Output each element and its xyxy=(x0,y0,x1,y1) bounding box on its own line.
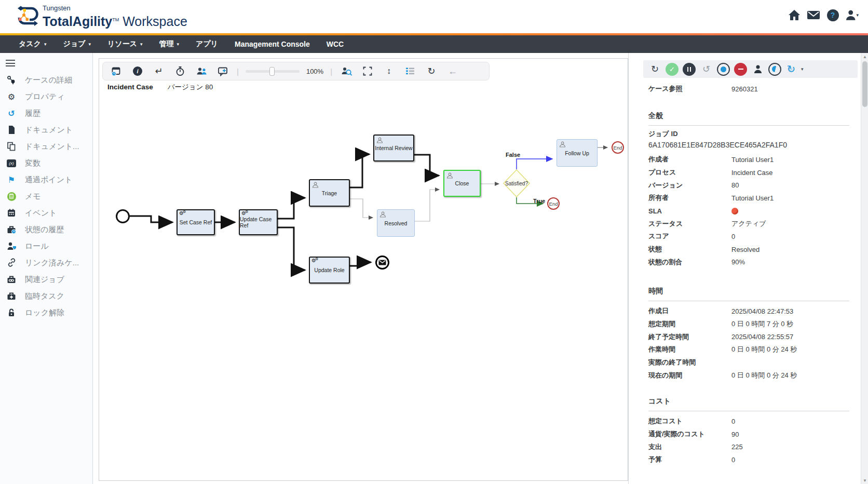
nav-management-console[interactable]: Management Console xyxy=(226,35,318,53)
detail-row: ステータスアクティブ xyxy=(648,217,849,230)
brand-company: Tungsten xyxy=(43,4,187,12)
general-section: 全般 ジョブ ID 6A170681E1E847D28B3ECE465A2FA1… xyxy=(648,111,849,268)
nav-apps[interactable]: アプリ xyxy=(187,35,226,53)
sidebar-item-variables[interactable]: (x) 変数 xyxy=(0,155,92,171)
edge-updatecaseref-to-triage xyxy=(278,198,305,219)
sla-status-dot xyxy=(731,208,738,214)
edge-satisfied-false-to-followup xyxy=(517,159,552,169)
user-icon[interactable] xyxy=(751,63,764,76)
edge-updatecaseref-to-updaterole xyxy=(278,227,305,270)
user-menu-icon[interactable]: ▾ xyxy=(845,8,859,22)
nav-tasks[interactable]: タスク▾ xyxy=(10,35,55,53)
node-close[interactable]: Close xyxy=(443,170,481,197)
edge-label-true: True xyxy=(533,198,545,204)
node-resolved[interactable]: Resolved xyxy=(377,209,415,237)
scroll-up-icon[interactable]: ▲ xyxy=(861,53,868,60)
job-id-label: ジョブ ID xyxy=(648,129,849,141)
sidebar-item-linked-cases[interactable]: リンク済みケ... xyxy=(0,254,92,271)
brand-product: TotalAgility xyxy=(43,14,112,29)
automatic-activity-icon: ⚙⚙ xyxy=(241,210,249,217)
automatic-activity-icon: ⚙⚙ xyxy=(179,210,187,217)
approve-icon[interactable]: ✓ xyxy=(666,63,679,76)
section-title: コスト xyxy=(648,397,849,407)
chevron-down-icon: ▾ xyxy=(44,42,47,47)
node-update-case-ref[interactable]: ⚙⚙ Update Case Ref xyxy=(239,209,278,235)
node-end-event-bottom[interactable]: End xyxy=(547,197,560,210)
contrast-icon[interactable] xyxy=(768,63,781,76)
envelope-icon xyxy=(378,260,386,265)
case-ref-label: ケース参照 xyxy=(648,84,731,93)
edge-updaterole-to-messageend xyxy=(350,262,371,266)
nav-jobs[interactable]: ジョブ▾ xyxy=(55,35,100,53)
manual-activity-icon xyxy=(379,211,386,219)
variables-icon: (x) xyxy=(6,158,17,168)
brand-trademark: TM xyxy=(112,17,119,22)
sidebar-item-documents[interactable]: ドキュメント xyxy=(0,122,92,138)
restart-icon[interactable]: ↻◇ xyxy=(785,63,797,75)
brand: Tungsten TotalAgilityTM Workspace xyxy=(15,4,187,30)
manual-activity-icon xyxy=(376,137,383,144)
process-diagram: ⚙⚙ Set Case Ref ⚙⚙ Update Case Ref Triag… xyxy=(99,59,629,481)
node-end-event-top[interactable]: End xyxy=(612,141,624,154)
sidebar-item-roles[interactable]: ロール xyxy=(0,238,92,254)
section-divider xyxy=(648,301,849,301)
automatic-activity-icon: ⚙⚙ xyxy=(311,258,319,264)
manual-activity-icon xyxy=(559,141,566,149)
sidebar-item-associated-jobs[interactable]: 関連ジョブ xyxy=(0,271,92,288)
case-ref-section: ケース参照 9260321 xyxy=(648,83,849,96)
node-set-case-ref[interactable]: ⚙⚙ Set Case Ref xyxy=(177,209,215,235)
scroll-down-icon[interactable]: ▼ xyxy=(861,477,868,484)
node-message-end-event[interactable] xyxy=(375,256,389,270)
sidebar-item-case-details[interactable]: ケースの詳細 xyxy=(0,72,92,88)
document-icon xyxy=(6,125,17,135)
tungsten-logo-icon xyxy=(15,4,38,30)
node-satisfied-gateway[interactable]: Satisfied? xyxy=(503,169,530,197)
undo-icon[interactable]: ↺ xyxy=(700,63,713,75)
edge-start-to-setcaseref xyxy=(130,216,172,222)
section-title: 全般 xyxy=(648,111,849,122)
brand-product-line: TotalAgilityTM Workspace xyxy=(43,12,187,29)
section-title: 時間 xyxy=(648,287,849,297)
sidebar-item-unlock[interactable]: ロック解除 xyxy=(0,304,92,321)
record-icon[interactable] xyxy=(717,63,730,76)
sidebar-item-history[interactable]: ↺ 履歴 xyxy=(0,105,92,122)
manual-activity-icon xyxy=(312,182,319,189)
documents-icon xyxy=(6,141,17,152)
associated-jobs-icon xyxy=(6,274,17,285)
pause-icon[interactable] xyxy=(683,63,696,76)
remove-icon[interactable] xyxy=(734,63,747,76)
sidebar-item-events[interactable]: イベント xyxy=(0,205,92,221)
sidebar-item-notes[interactable]: メモ xyxy=(0,188,92,205)
node-triage[interactable]: Triage xyxy=(309,179,350,207)
scrollbar-thumb[interactable] xyxy=(862,61,867,107)
sidebar-item-properties[interactable]: ⚙ プロパティ xyxy=(0,88,92,105)
detail-row: 予算0 xyxy=(648,453,849,466)
note-icon xyxy=(6,191,17,201)
sidebar: ケースの詳細 ⚙ プロパティ ↺ 履歴 ドキュメント ドキュメント... (x)… xyxy=(0,53,93,484)
help-icon[interactable]: ? xyxy=(826,8,839,22)
nav-admin[interactable]: 管理▾ xyxy=(151,35,188,53)
detail-row: 通貨/実際のコスト90 xyxy=(648,428,849,441)
nav-wcc[interactable]: WCC xyxy=(318,35,352,53)
section-divider xyxy=(648,411,849,411)
page-scrollbar[interactable]: ▲ ▼ xyxy=(861,53,868,484)
nav-resources[interactable]: リソース▾ xyxy=(99,35,151,53)
cost-section: コスト 想定コスト0 通貨/実際のコスト90 支出225 予算0 xyxy=(648,397,849,466)
node-internal-review[interactable]: Internal Review xyxy=(373,135,414,162)
sidebar-item-state-history[interactable]: 状態の履歴 xyxy=(0,221,92,238)
sidebar-item-adhoc-tasks[interactable]: 臨時タスク xyxy=(0,288,92,304)
mail-icon[interactable] xyxy=(807,8,820,22)
case-details-panel: ↻ ✓ ↺ ↻◇ ▾ ケース参照 9260321 全般 ジョブ ID 6A170… xyxy=(628,53,861,484)
node-follow-up[interactable]: Follow Up xyxy=(557,139,598,167)
refresh-icon[interactable]: ↻ xyxy=(648,63,661,75)
detail-row: バージョン80 xyxy=(648,179,849,192)
home-icon[interactable] xyxy=(788,8,801,22)
chevron-down-icon: ▾ xyxy=(177,42,180,47)
node-start-event[interactable] xyxy=(116,209,130,223)
node-update-role[interactable]: ⚙⚙ Update Role xyxy=(309,257,350,284)
state-history-icon xyxy=(6,224,17,235)
hamburger-menu-icon[interactable] xyxy=(6,60,15,66)
dropdown-caret-icon[interactable]: ▾ xyxy=(801,66,804,72)
sidebar-item-documents-set[interactable]: ドキュメント... xyxy=(0,138,92,155)
sidebar-item-milestones[interactable]: ⚑ 通過ポイント xyxy=(0,171,92,188)
